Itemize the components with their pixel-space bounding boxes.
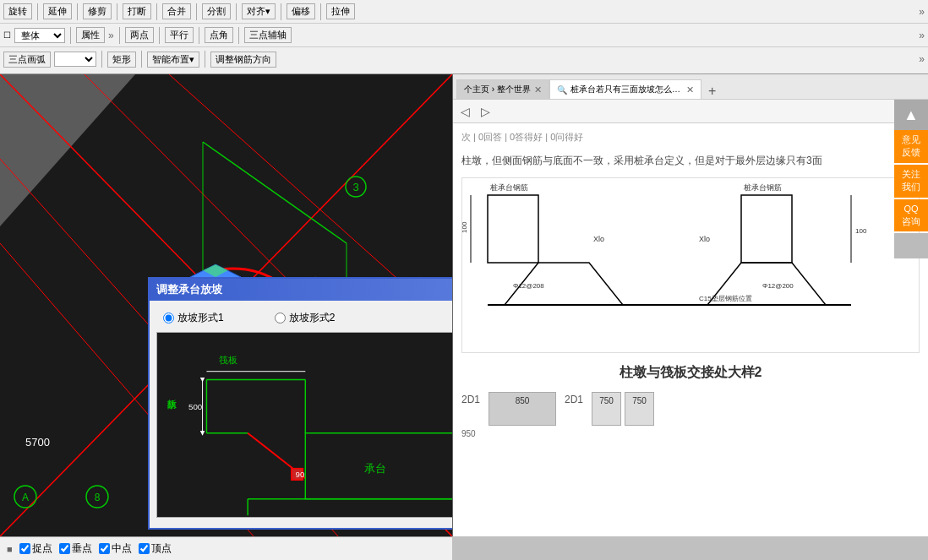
tab2-close[interactable]: ✕ xyxy=(686,84,694,95)
sep7 xyxy=(281,3,281,20)
status-bar: ■ 捉点 垂点 中点 顶点 xyxy=(0,536,452,560)
sep3 xyxy=(117,3,117,20)
label-2d1-left: 2D1 xyxy=(461,392,480,426)
scroll-top-btn[interactable]: ▲ xyxy=(894,100,928,130)
toolbar-row3: 三点画弧 矩形 智能布置▾ 调整钢筋方向 » xyxy=(0,47,928,71)
tech-drawing-svg: 桩承台钢筋 100 桩承台钢筋 C15垫层钢筋位置 Xl xyxy=(462,178,885,347)
svg-text:100: 100 xyxy=(462,221,468,233)
browser-content: 次 | 0回答 | 0答得好 | 0问得好 柱墩，但侧面钢筋与底面不一致，采用桩… xyxy=(453,123,928,536)
btn-extend[interactable]: 延伸 xyxy=(43,3,72,19)
sep13 xyxy=(238,27,239,44)
sep15 xyxy=(141,51,142,68)
svg-point-17 xyxy=(14,486,36,508)
svg-text:C15垫层钢筋位置: C15垫层钢筋位置 xyxy=(699,295,752,302)
expand-arrow-3[interactable]: » xyxy=(919,30,925,41)
scope-icon: ☐ xyxy=(3,30,11,40)
browser-toolbar: ◁ ▷ xyxy=(453,100,928,123)
back-btn[interactable]: ◁ xyxy=(456,103,473,120)
svg-text:桩承台钢筋: 桩承台钢筋 xyxy=(743,183,782,192)
svg-text:3: 3 xyxy=(352,181,358,193)
sep5 xyxy=(196,3,197,20)
dim-block-850: 850 xyxy=(489,392,556,426)
follow-us-btn[interactable]: 关注 我们 xyxy=(894,165,928,198)
tab2-label: 桩承台若只有三面放坡怎么处理 xyxy=(570,84,683,95)
svg-text:Xlo: Xlo xyxy=(699,235,710,243)
browser-area: 个主页 › 整个世界 ✕ 🔍 桩承台若只有三面放坡怎么处理 ✕ + ◁ ▷ 次 … xyxy=(452,74,928,536)
browser-tab-2[interactable]: 🔍 桩承台若只有三面放坡怎么处理 ✕ xyxy=(549,79,701,99)
toolbar-area: 旋转 延伸 修剪 打断 合并 分割 对齐▾ 偏移 拉伸 » ☐ 整体 属性 » … xyxy=(0,0,928,74)
svg-point-10 xyxy=(346,177,366,197)
cad-drawing-area[interactable]: 3 5400 5700 A 8 xyxy=(0,74,452,536)
btn-rotate[interactable]: 旋转 xyxy=(3,3,32,19)
sep9 xyxy=(70,27,71,44)
main-area: 3 5400 5700 A 8 xyxy=(0,74,928,536)
add-tab-btn[interactable]: + xyxy=(701,84,723,99)
side-panel: ▲ 意见 反馈 关注 我们 QQ 咨询 xyxy=(894,100,928,258)
svg-text:筏板: 筏板 xyxy=(219,355,237,365)
dim-blocks-750: 750 750 xyxy=(592,392,654,426)
dialog-radio-row: 放坡形式1 放坡形式2 xyxy=(156,307,452,329)
svg-text:90: 90 xyxy=(296,470,305,479)
snap-label[interactable]: 捉点 xyxy=(19,541,52,556)
btn-three-axis[interactable]: 三点辅轴 xyxy=(244,27,292,43)
svg-text:防水板: 防水板 xyxy=(166,400,177,410)
forward-btn[interactable]: ▷ xyxy=(477,103,494,120)
btn-attr[interactable]: 属性 xyxy=(76,27,105,43)
toolbar-row2: ☐ 整体 属性 » 两点 平行 点角 三点辅轴 » xyxy=(0,24,928,47)
btn-two-pt[interactable]: 两点 xyxy=(125,27,154,43)
mid-point-label[interactable]: 中点 xyxy=(99,541,132,556)
drawing-title: 柱墩与筏板交接处大样2 xyxy=(461,362,920,383)
sep10 xyxy=(119,27,120,44)
btn-offset[interactable]: 偏移 xyxy=(287,3,315,19)
article-text: 柱墩，但侧面钢筋与底面不一致，采用桩承台定义，但是对于最外层边缘只有3面 xyxy=(461,152,920,169)
toolbar-row1: 旋转 延伸 修剪 打断 合并 分割 对齐▾ 偏移 拉伸 » xyxy=(0,0,928,24)
sep16 xyxy=(205,51,205,68)
svg-text:8: 8 xyxy=(95,492,101,503)
expand-arrow-2[interactable]: » xyxy=(108,30,114,41)
btn-trim[interactable]: 修剪 xyxy=(83,3,112,19)
expand-arrow-1[interactable]: » xyxy=(919,6,925,18)
btn-snap[interactable]: 打断 xyxy=(123,3,151,19)
btn-rect[interactable]: 矩形 xyxy=(107,52,136,68)
sep4 xyxy=(156,3,157,20)
post-stats: 次 | 0回答 | 0答得好 | 0问得好 xyxy=(461,130,920,145)
sep1 xyxy=(37,3,38,20)
adjust-slope-dialog[interactable]: 调整承台放坡 × 放坡形式1 放坡形式2 xyxy=(148,277,452,530)
dropdown-shape[interactable] xyxy=(54,52,96,67)
sep11 xyxy=(159,27,160,44)
dropdown-scope[interactable]: 整体 xyxy=(14,28,65,43)
svg-text:承台: 承台 xyxy=(364,463,386,475)
radio-slope-2[interactable]: 放坡形式2 xyxy=(275,311,336,325)
dialog-drawing-svg: 防水板 筏板 承台 xyxy=(157,333,452,517)
tech-drawing: 桩承台钢筋 100 桩承台钢筋 C15垫层钢筋位置 Xl xyxy=(461,177,920,353)
tab1-label: 个主页 › 整个世界 xyxy=(464,84,531,95)
svg-line-7 xyxy=(203,142,347,243)
btn-three-arc[interactable]: 三点画弧 xyxy=(3,52,51,68)
snap-indicator: ■ xyxy=(7,544,13,554)
btn-adjust-rebar[interactable]: 调整钢筋方向 xyxy=(210,52,276,68)
browser-tab-bar: 个主页 › 整个世界 ✕ 🔍 桩承台若只有三面放坡怎么处理 ✕ + xyxy=(453,74,928,100)
top-point-label[interactable]: 顶点 xyxy=(139,541,172,556)
browser-tab-1[interactable]: 个主页 › 整个世界 ✕ xyxy=(456,79,549,99)
btn-stretch[interactable]: 拉伸 xyxy=(326,3,355,19)
btn-pt-angle[interactable]: 点角 xyxy=(205,27,233,43)
dialog-body: 放坡形式1 放坡形式2 防水板 筏板 xyxy=(150,301,452,528)
tab1-close[interactable]: ✕ xyxy=(534,84,542,95)
sep8 xyxy=(320,3,321,20)
btn-parallel[interactable]: 平行 xyxy=(165,27,194,43)
svg-text:Φ12@200: Φ12@200 xyxy=(762,282,794,290)
expand-arrow-4[interactable]: » xyxy=(919,53,925,65)
btn-merge[interactable]: 合并 xyxy=(162,3,191,19)
btn-smart-layout[interactable]: 智能布置▾ xyxy=(147,52,199,68)
vertical-label[interactable]: 垂点 xyxy=(59,541,92,556)
btn-align[interactable]: 对齐▾ xyxy=(242,3,276,19)
svg-marker-0 xyxy=(0,74,135,226)
svg-text:A: A xyxy=(22,492,29,503)
drawing-row-2: 2D1 850 2D1 750 750 xyxy=(461,392,920,426)
svg-point-19 xyxy=(86,486,108,508)
qq-consult-btn[interactable]: QQ 咨询 xyxy=(894,199,928,232)
sep2 xyxy=(77,3,78,20)
radio-slope-1[interactable]: 放坡形式1 xyxy=(163,311,224,325)
btn-split[interactable]: 分割 xyxy=(202,3,231,19)
feedback-btn[interactable]: 意见 反馈 xyxy=(894,130,928,163)
